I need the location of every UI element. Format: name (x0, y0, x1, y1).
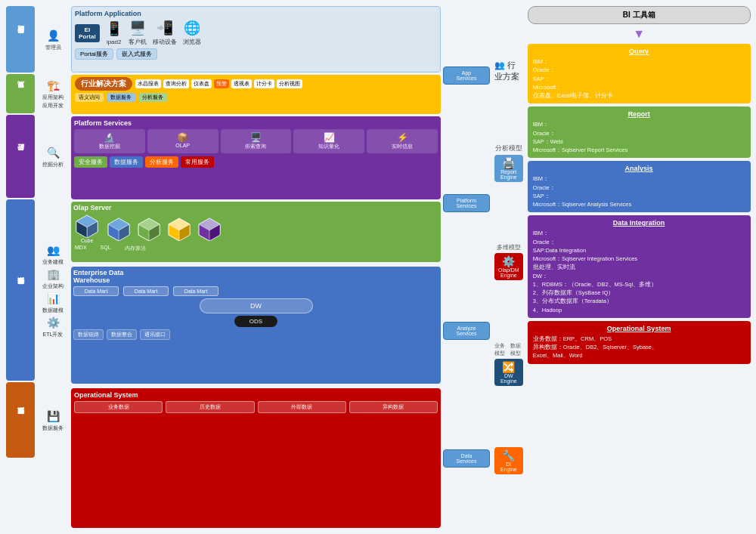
module-alert: 预警 (214, 79, 229, 88)
data-integration-title: Data Integration (533, 219, 745, 227)
security-service: 安全服务 (74, 156, 107, 168)
industry-solution-label: 👥 行业方案 (494, 60, 523, 82)
di-engine-item: 🔧 DI Engine (494, 447, 523, 474)
main-layers: Platform Application EIPortal 📱 ipad2 🖥️… (71, 6, 441, 528)
data-marts: Data Mart Data Mart Data Mart (73, 286, 438, 296)
hetero-data: 异构数据 (349, 401, 438, 413)
cube-label: Cube (81, 238, 94, 243)
layer-analysis: 分析层 (6, 115, 35, 198)
arrow-down-1: ▼ (528, 27, 751, 41)
olap-server: Olap Server Cube (71, 202, 441, 262)
olap-engine-box: ⚙️ Olap/DM Engine (494, 253, 523, 280)
icon-label-1: 管理员 (45, 44, 61, 51)
query-box: Query IBM： Oracle： SAP： Microsoft： 仪表盘、E… (528, 44, 751, 103)
ps-module-1: 🔬 数据挖掘 (74, 129, 145, 153)
operational-layer: Operational System 业务数据 历史数据 外部数据 异构数据 (71, 388, 441, 528)
layer-source: 源数据层 (6, 382, 35, 458)
data-services-box: DataServices (443, 449, 490, 468)
data-integration: 数据整合 (107, 329, 137, 340)
mobile-icon: 📲 (156, 20, 173, 36)
report-title: Report (533, 110, 745, 118)
module-crystal: 水晶报表 (135, 79, 161, 88)
interfaces-row: 数据链路 数据整合 通讯接口 (73, 329, 438, 340)
ipad-icon: 📱 (106, 20, 122, 37)
source-icons: 💾 数据服务 (37, 382, 69, 458)
cube-item-1: Cube (73, 214, 101, 243)
op-data-items: 业务数据 历史数据 外部数据 异构数据 (74, 401, 438, 413)
analysis-content: IBM： Oracle： SAP： Microsoft：Sqlserver An… (533, 174, 745, 208)
portal-service-pill: Portal服务 (75, 48, 113, 60)
data-mart-2: Data Mart (123, 286, 169, 296)
module-query: 查询分析 (163, 79, 189, 88)
ps-module-2: 📦 OLAP (147, 129, 218, 153)
analysis-icons: 🔍 挖掘分析 (37, 115, 69, 198)
browser-item: 🌐 浏览器 (183, 20, 201, 46)
biz-data: 业务数据 (74, 401, 163, 413)
cube-icon-5 (196, 217, 223, 241)
data-model-icon: 📊 (44, 291, 62, 306)
analysis-service-ps: 分析服务 (145, 156, 178, 168)
data-chain: 数据链路 (73, 329, 104, 340)
storage-icons: 👥 业务建模 🏢 企业架构 📊 数据建模 ⚙️ ETL开发 (37, 199, 69, 381)
ps-module-3: 🖥️ 排索查询 (221, 129, 292, 153)
app-access-title: Platform Application (75, 10, 437, 17)
user-icon: 👤 (44, 28, 62, 43)
data-mart-1: Data Mart (73, 286, 119, 296)
app-arch-icon: 🏗️ (44, 78, 62, 93)
present-icons: 🏗️ 应用架构 应用开发 (37, 74, 69, 113)
cube-icon-3 (135, 217, 163, 241)
ipad2-item: 📱 ipad2 (106, 20, 122, 45)
report-content: IBM： Oracle： SAP：Webl Microsoft：Sqlserve… (533, 120, 745, 154)
layer-storage: 数据存储层 (6, 199, 35, 381)
query-content: IBM： Oracle： SAP： Microsoft： 仪表盘、Excel电子… (533, 57, 745, 100)
query-title: Query (533, 48, 745, 55)
common-service: 常用服务 (181, 156, 214, 168)
el-portal-item: EIPortal (75, 24, 100, 42)
analysis-service-tag: 分析服务 (138, 93, 167, 102)
analysis-title: Analysis (533, 165, 745, 172)
app-services-box: AppServices (443, 66, 490, 85)
external-data: 外部数据 (258, 401, 346, 413)
cube-icon-4 (166, 217, 193, 241)
data-service-ps: 数据服务 (110, 156, 143, 168)
industry-solution: 行业解决方案 (75, 77, 132, 91)
data-mart-3: Data Mart (173, 286, 218, 296)
di-engine-box: 🔧 DI Engine (494, 447, 523, 474)
olap-engine-item: 多维模型 ⚙️ Olap/DM Engine (494, 243, 523, 280)
biz-model-icon: 👥 (44, 242, 62, 258)
mining-icon: 🔍 (44, 145, 62, 160)
flow-item-1: 👥 行业方案 (494, 60, 523, 82)
layer-labels: 应用访问层 展观层 分析层 数据存储层 源数据层 (6, 6, 35, 528)
history-data: 历史数据 (166, 401, 254, 413)
module-scorecard: 计分卡 (254, 79, 274, 88)
bi-toolbox: BI 工具箱 (528, 6, 751, 24)
icon-column: 👤 管理员 🏗️ 应用架构 应用开发 🔍 挖掘分析 👥 业务建模 🏢 企业架构 … (37, 6, 69, 528)
multi-dim-label: 多维模型 (497, 243, 521, 252)
dw-engine-box: 🔀 DW Engine (494, 359, 523, 386)
operational-system-box: Operational System 业务数据：ERP、CRM、POS 异构数据… (528, 321, 751, 364)
data-integration-box: Data Integration IBM： Oracle： SAP:Data I… (528, 215, 751, 318)
data-model-label: 数据模型 (510, 342, 523, 357)
ods-cylinder: ODS (234, 316, 277, 327)
ps-module-4: 📈 知识量化 (293, 129, 364, 153)
analysis-box: Analysis IBM： Oracle： SAP： Microsoft：Sql… (528, 161, 751, 212)
access-icons: 👤 管理员 (37, 6, 69, 73)
comm-interface: 通讯接口 (140, 329, 170, 340)
app-access-layer: Platform Application EIPortal 📱 ipad2 🖥️… (71, 6, 441, 73)
operational-system-title: Operational System (533, 325, 745, 332)
data-service-icon: 💾 (44, 409, 62, 424)
el-portal-box: EIPortal (75, 24, 100, 42)
etl-dev-icon: ⚙️ (44, 315, 62, 330)
module-pivot: 透视表 (231, 79, 252, 88)
data-service-tag: 数据服务 (107, 93, 135, 102)
platform-services-title: Platform Services (74, 119, 438, 127)
connector-column: AppServices PlatformServices AnalyzeServ… (443, 6, 490, 528)
layer-access: 应用访问层 (6, 6, 35, 73)
report-engine-box: 🖨️ Report Engine (494, 155, 523, 182)
cube-icon-2 (105, 217, 132, 241)
corp-arch-icon: 🏢 (44, 267, 62, 282)
embedded-service-pill: 嵌入式服务 (116, 48, 157, 60)
platform-services-box: PlatformServices (443, 194, 490, 212)
engine-column: 👥 行业方案 分析模型 🖨️ Report Engine 多维模型 ⚙️ Ola… (494, 6, 523, 528)
client-item: 🖥️ 客户机 (129, 20, 147, 46)
